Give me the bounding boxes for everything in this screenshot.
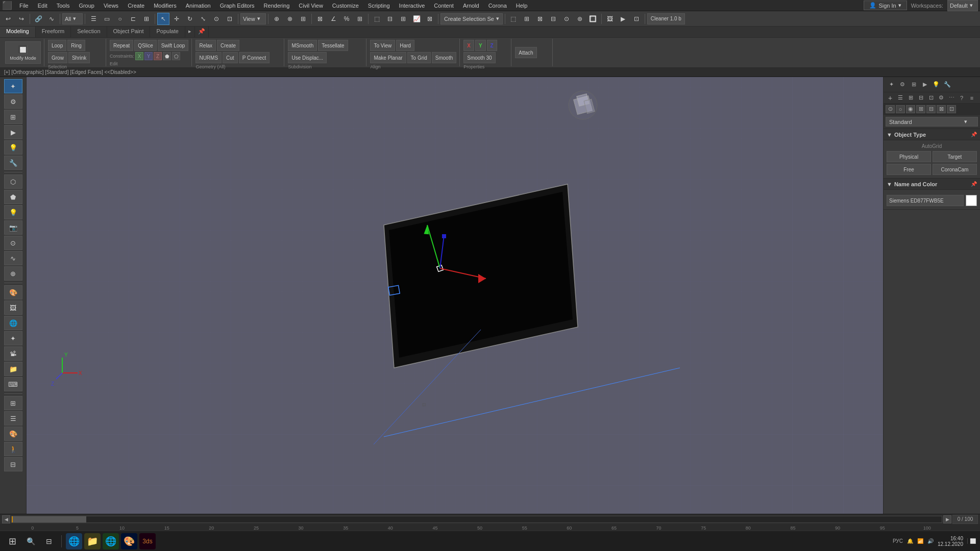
- viewport[interactable]: ⊡ X Y Z: [27, 77, 883, 514]
- render-icon[interactable]: 🖼: [4, 300, 22, 315]
- attach-button[interactable]: Attach: [515, 47, 536, 58]
- taskbar-search-icon[interactable]: 🔍: [22, 533, 39, 549]
- taskbar-chrome-icon[interactable]: 🌐: [103, 533, 119, 549]
- use-displace-button[interactable]: Use Displac...: [288, 52, 327, 63]
- place-highlight-button[interactable]: ⊙: [210, 13, 223, 25]
- geometry-icon[interactable]: ⬡: [4, 174, 22, 189]
- motion-panel-icon[interactable]: ▶: [4, 125, 22, 139]
- percent-snap-button[interactable]: %: [340, 13, 353, 25]
- undo-button[interactable]: ↩: [2, 13, 14, 25]
- panel-utilities-icon[interactable]: 🔧: [943, 80, 952, 89]
- create-selection-button[interactable]: Create Selection Se ▾: [440, 13, 503, 24]
- panel-hierarchy-icon[interactable]: ⊞: [909, 80, 918, 89]
- animation-layers-icon[interactable]: ⊟: [4, 457, 22, 471]
- menu-civil-view[interactable]: Civil View: [295, 2, 327, 10]
- cam-type-1-icon[interactable]: ⊙: [886, 105, 895, 113]
- paint-select-button[interactable]: ⊞: [140, 13, 153, 25]
- smooth-30-button[interactable]: Smooth 30: [463, 52, 495, 63]
- menu-corona[interactable]: Corona: [484, 2, 511, 10]
- menu-arnold[interactable]: Arnold: [459, 2, 483, 10]
- object-name-input[interactable]: [887, 195, 964, 206]
- ring-button[interactable]: Ring: [67, 40, 85, 51]
- panel-render-icon[interactable]: ⊡: [926, 93, 936, 103]
- standard-dropdown[interactable]: Standard ▾: [886, 117, 978, 127]
- grow-button[interactable]: Grow: [48, 52, 67, 63]
- taskbar-browser-icon[interactable]: 🌐: [66, 533, 82, 549]
- coronacam-button[interactable]: CoronaCam: [933, 164, 977, 175]
- display-panel-icon[interactable]: 💡: [4, 140, 22, 155]
- cameras-icon[interactable]: 📷: [4, 220, 22, 235]
- isolate-selection-button[interactable]: 🔳: [587, 13, 599, 25]
- panel-motion-icon[interactable]: ▶: [920, 80, 929, 89]
- timeline-thumb[interactable]: [12, 516, 86, 522]
- walkthrough-icon[interactable]: 🚶: [4, 442, 22, 456]
- hard-button[interactable]: Hard: [396, 40, 414, 51]
- cam-type-3-icon[interactable]: ◉: [906, 105, 915, 113]
- constraint-z-icon[interactable]: Z: [154, 52, 162, 60]
- maxscript-icon[interactable]: ⌨: [4, 377, 22, 391]
- utilities-panel-icon[interactable]: 🔧: [4, 156, 22, 170]
- bind-space-warp-button[interactable]: ∿: [45, 13, 58, 25]
- panel-view-icon[interactable]: ⊟: [916, 93, 925, 103]
- shrink-button[interactable]: Shrink: [68, 52, 90, 63]
- cam-type-2-icon[interactable]: ○: [896, 105, 905, 113]
- menu-help[interactable]: Help: [512, 2, 532, 10]
- taskbar-photoshop-icon[interactable]: 🎨: [121, 533, 137, 549]
- scatter-button[interactable]: ⊛: [574, 13, 586, 25]
- smooth-button[interactable]: Smooth: [432, 52, 456, 63]
- cleaner-button[interactable]: Cleaner 1.0 b: [647, 13, 685, 24]
- section-lock-icon[interactable]: 📌: [971, 132, 977, 137]
- select-link-button[interactable]: 🔗: [32, 13, 44, 25]
- transform-coordinate-button[interactable]: ⊞: [297, 13, 309, 25]
- lasso-select-button[interactable]: ⊏: [127, 13, 139, 25]
- make-planar-button[interactable]: Make Planar: [370, 52, 406, 63]
- selection-filter-button[interactable]: ☰: [87, 13, 100, 25]
- to-grid-button[interactable]: To Grid: [407, 52, 431, 63]
- p-connect-button[interactable]: P Connect: [239, 52, 270, 63]
- panel-more-icon[interactable]: ⋯: [947, 93, 956, 103]
- timeline-scroll-right[interactable]: ▶: [943, 515, 951, 523]
- menu-file[interactable]: File: [15, 2, 33, 10]
- select-center-button[interactable]: ⊗: [284, 13, 296, 25]
- taskbar-show-desktop-icon[interactable]: ⬜: [967, 538, 976, 544]
- place-button[interactable]: ⊙: [560, 13, 573, 25]
- named-selection-dropdown[interactable]: All ▾: [62, 13, 83, 24]
- x-axis-button[interactable]: X: [463, 40, 474, 51]
- menu-content[interactable]: Content: [430, 2, 458, 10]
- menu-customize[interactable]: Customize: [328, 2, 363, 10]
- panel-extra-icon[interactable]: ≡: [967, 93, 976, 103]
- panel-display-icon[interactable]: 💡: [932, 80, 941, 89]
- redo-button[interactable]: ↪: [15, 13, 28, 25]
- select-camera-button[interactable]: ⊡: [224, 13, 236, 25]
- taskbar-start-icon[interactable]: ⊞: [4, 533, 20, 549]
- taskbar-taskview-icon[interactable]: ⊟: [41, 533, 57, 549]
- taskbar-notification-icon[interactable]: 🔔: [907, 538, 913, 544]
- relax-button[interactable]: Relax: [195, 40, 216, 51]
- menu-rendering[interactable]: Rendering: [260, 2, 294, 10]
- mirror-button[interactable]: ⬚: [371, 13, 383, 25]
- align-normal-button[interactable]: ⊟: [547, 13, 559, 25]
- render-button[interactable]: ▶: [617, 13, 629, 25]
- tab-populate[interactable]: Populate: [150, 27, 185, 37]
- menu-tools[interactable]: Tools: [53, 2, 74, 10]
- snap-icon[interactable]: ⊞: [4, 396, 22, 410]
- angle-snap-button[interactable]: ∠: [327, 13, 339, 25]
- cam-type-6-icon[interactable]: ⊠: [937, 105, 946, 113]
- reference-coord-dropdown[interactable]: View ▾: [240, 13, 266, 24]
- select-move-button[interactable]: ✛: [170, 13, 183, 25]
- layer-manager-button[interactable]: ⊞: [397, 13, 409, 25]
- physical-button[interactable]: Physical: [887, 151, 931, 162]
- menu-views[interactable]: Views: [100, 2, 122, 10]
- panel-help-icon[interactable]: ?: [957, 93, 966, 103]
- constraint-x-icon[interactable]: X: [135, 52, 143, 60]
- cam-type-7-icon[interactable]: ⊡: [947, 105, 956, 113]
- panel-create-icon[interactable]: ✦: [887, 80, 896, 89]
- rectangular-select-button[interactable]: ▭: [101, 13, 113, 25]
- modify-panel-icon[interactable]: ⚙: [4, 94, 22, 109]
- select-object-button[interactable]: ↖: [157, 13, 169, 25]
- menu-interactive[interactable]: Interactive: [395, 2, 429, 10]
- video-post-icon[interactable]: 📽: [4, 346, 22, 361]
- menu-create[interactable]: Create: [124, 2, 149, 10]
- taskbar-explorer-icon[interactable]: 📁: [84, 533, 101, 549]
- environment-icon[interactable]: 🌐: [4, 316, 22, 330]
